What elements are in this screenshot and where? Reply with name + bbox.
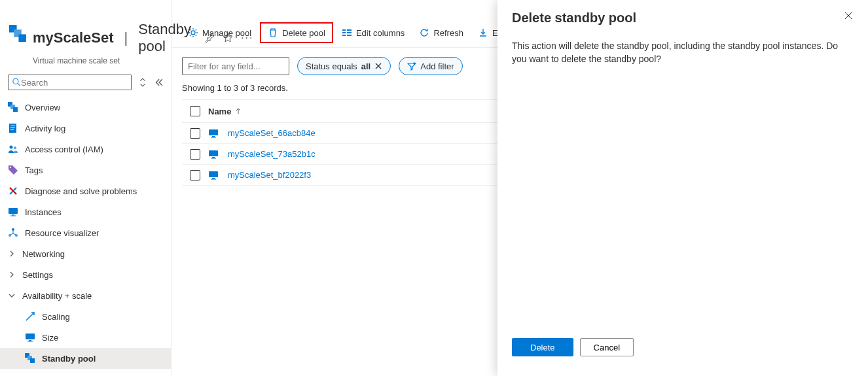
svg-rect-9: [10, 126, 15, 126]
sidebar-item-scaling[interactable]: Scaling: [0, 306, 171, 327]
page-header: myScaleSet | Standby pool ··· Virtual ma…: [0, 21, 171, 75]
sidebar-item-size[interactable]: Size: [0, 327, 171, 348]
vmss-icon: [25, 353, 35, 364]
scaling-icon: [25, 311, 35, 322]
download-icon: [478, 27, 488, 38]
button-label: Edit columns: [356, 28, 405, 38]
columns-icon: [342, 27, 352, 38]
sidebar-item-security[interactable]: Security: [0, 369, 171, 376]
add-filter-pill[interactable]: Add filter: [399, 57, 462, 75]
svg-rect-11: [10, 129, 14, 130]
edit-columns-button[interactable]: Edit columns: [336, 22, 410, 43]
svg-point-3: [13, 78, 18, 84]
cancel-button[interactable]: Cancel: [580, 338, 634, 356]
svg-rect-37: [209, 150, 218, 156]
sidebar-item-label: Activity log: [25, 124, 65, 133]
svg-rect-40: [209, 171, 218, 177]
button-label: Manage pool: [202, 28, 251, 38]
svg-rect-32: [347, 32, 352, 33]
svg-rect-16: [12, 214, 14, 216]
resource-name: myScaleSet: [33, 29, 114, 46]
svg-rect-29: [342, 32, 346, 33]
svg-rect-2: [18, 34, 26, 42]
svg-rect-36: [211, 137, 216, 137]
pill-label: Add filter: [420, 61, 454, 71]
sidebar-item-instances[interactable]: Instances: [0, 201, 171, 222]
sidebar-item-overview[interactable]: Overview: [0, 97, 171, 118]
svg-point-27: [191, 31, 195, 35]
refresh-icon: [419, 27, 429, 38]
svg-point-12: [10, 146, 13, 149]
pill-prefix: Status equals: [306, 61, 357, 71]
svg-rect-7: [13, 107, 18, 112]
svg-rect-17: [10, 216, 16, 216]
panel-body-text: This action will delete the standby pool…: [512, 40, 854, 65]
sidebar-item-diagnose[interactable]: Diagnose and solve problems: [0, 180, 171, 201]
collapse-sidebar-icon[interactable]: [154, 78, 163, 87]
svg-rect-28: [342, 29, 346, 31]
gear-icon: [188, 27, 198, 38]
vm-icon: [208, 149, 219, 160]
sidebar-item-label: Resource visualizer: [25, 228, 99, 238]
svg-rect-39: [211, 158, 216, 158]
close-icon[interactable]: [843, 10, 854, 21]
sidebar-item-standby-pool[interactable]: Standby pool: [0, 348, 171, 369]
svg-rect-30: [342, 35, 346, 36]
title-separator: |: [124, 29, 128, 46]
row-checkbox[interactable]: [190, 128, 200, 139]
trash-icon: [268, 27, 278, 38]
chevron-right-icon: [8, 250, 16, 258]
delete-button[interactable]: Delete: [512, 338, 573, 356]
pill-value: all: [361, 61, 371, 71]
sidebar-item-tags[interactable]: Tags: [0, 160, 171, 180]
instance-link[interactable]: myScaleSet_66acb84e: [228, 128, 316, 138]
sidebar-item-networking[interactable]: Networking: [0, 243, 171, 264]
sidebar-item-label: Networking: [22, 249, 65, 259]
visualizer-icon: [8, 228, 18, 238]
status-filter-pill[interactable]: Status equals all: [297, 57, 391, 75]
svg-point-18: [12, 228, 14, 231]
diagnose-icon: [8, 186, 18, 196]
row-checkbox[interactable]: [190, 170, 200, 180]
sidebar-item-access-control[interactable]: Access control (IAM): [0, 139, 171, 160]
sidebar-item-label: Size: [42, 333, 58, 343]
monitor-icon: [25, 332, 35, 343]
svg-rect-15: [9, 208, 18, 214]
chevron-down-icon: [8, 292, 16, 299]
svg-rect-22: [29, 340, 31, 341]
sort-toggle-icon[interactable]: [138, 78, 147, 87]
instance-link[interactable]: myScaleSet_73a52b1c: [228, 149, 316, 159]
select-all-checkbox[interactable]: [190, 106, 200, 116]
panel-title: Delete standby pool: [512, 10, 636, 26]
sidebar-item-label: Instances: [25, 207, 62, 217]
delete-pool-button[interactable]: Delete pool: [260, 22, 333, 43]
svg-rect-26: [30, 358, 35, 363]
search-input[interactable]: [21, 78, 127, 88]
add-filter-icon: [407, 61, 416, 71]
svg-rect-34: [209, 129, 218, 135]
row-checkbox[interactable]: [190, 149, 200, 160]
svg-rect-42: [211, 179, 216, 179]
log-icon: [8, 123, 18, 133]
svg-rect-10: [10, 128, 15, 128]
svg-rect-31: [347, 29, 352, 31]
sidebar-item-activity-log[interactable]: Activity log: [0, 118, 171, 139]
sidebar-item-settings[interactable]: Settings: [0, 264, 171, 285]
close-icon[interactable]: [374, 62, 382, 70]
svg-rect-33: [347, 35, 352, 36]
svg-point-14: [10, 167, 11, 168]
filter-field-input[interactable]: [182, 57, 289, 75]
refresh-button[interactable]: Refresh: [413, 22, 469, 43]
instance-link[interactable]: myScaleSet_bf2022f3: [228, 170, 311, 180]
sidebar-item-label: Diagnose and solve problems: [25, 186, 137, 196]
sidebar-item-availability-scale[interactable]: Availability + scale: [0, 285, 171, 306]
chevron-right-icon: [8, 271, 16, 279]
sidebar-search-box[interactable]: [8, 75, 132, 90]
sidebar-item-label: Access control (IAM): [25, 145, 103, 154]
search-icon: [12, 78, 21, 87]
sidebar-item-resource-visualizer[interactable]: Resource visualizer: [0, 222, 171, 243]
people-icon: [8, 144, 18, 154]
delete-confirmation-panel: Delete standby pool This action will del…: [497, 0, 868, 376]
manage-pool-button[interactable]: Manage pool: [182, 22, 257, 43]
vm-icon: [208, 128, 219, 139]
